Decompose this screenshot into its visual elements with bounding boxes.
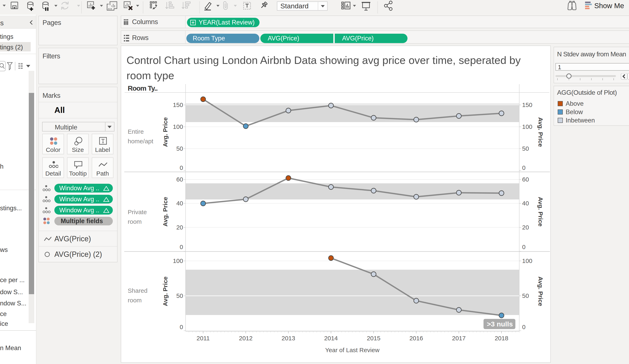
svg-text:0: 0 xyxy=(522,244,526,250)
svg-text:Multiple fields: Multiple fields xyxy=(61,217,103,225)
svg-text:2012: 2012 xyxy=(239,335,253,342)
svg-text:100: 100 xyxy=(173,258,183,264)
svg-text:Inbetween: Inbetween xyxy=(566,117,595,124)
svg-text:2017: 2017 xyxy=(452,335,466,342)
svg-text:40: 40 xyxy=(522,200,529,207)
svg-text:60: 60 xyxy=(522,176,529,183)
svg-text:0: 0 xyxy=(180,164,183,171)
svg-text:Avg. Price: Avg. Price xyxy=(162,276,168,306)
svg-text:Control Chart using London Air: Control Chart using London Airbnb Data s… xyxy=(127,54,521,66)
svg-text:Window Avg ..: Window Avg .. xyxy=(59,207,99,214)
svg-text:Avg. Price: Avg. Price xyxy=(537,197,544,227)
svg-text:0: 0 xyxy=(522,324,526,330)
svg-text:Below: Below xyxy=(566,108,583,115)
svg-text:100: 100 xyxy=(522,258,532,264)
svg-text:room type: room type xyxy=(127,69,174,82)
svg-text:room: room xyxy=(128,297,142,304)
svg-text:50: 50 xyxy=(522,292,529,299)
svg-text:2016: 2016 xyxy=(409,335,423,342)
svg-text:2011: 2011 xyxy=(197,335,210,342)
svg-text:Avg. Price: Avg. Price xyxy=(162,117,168,147)
svg-text:50: 50 xyxy=(176,145,183,152)
svg-text:Window Avg ..: Window Avg .. xyxy=(59,184,99,192)
svg-text:2013: 2013 xyxy=(282,335,295,342)
svg-text:Avg. Price: Avg. Price xyxy=(162,197,168,227)
svg-text:0: 0 xyxy=(522,164,526,171)
svg-text:Avg. Price: Avg. Price xyxy=(537,276,544,306)
svg-text:Private: Private xyxy=(128,209,147,215)
svg-text:40: 40 xyxy=(176,200,183,207)
svg-text:Entire: Entire xyxy=(128,128,144,135)
svg-text:Above: Above xyxy=(566,100,584,107)
svg-text:0: 0 xyxy=(180,324,183,330)
svg-text:50: 50 xyxy=(522,145,529,152)
svg-text:100: 100 xyxy=(522,123,532,130)
svg-text:Room Ty..: Room Ty.. xyxy=(128,84,157,92)
svg-text:0: 0 xyxy=(180,244,183,250)
svg-text:50: 50 xyxy=(176,292,183,299)
svg-text:150: 150 xyxy=(173,101,183,108)
svg-text:150: 150 xyxy=(522,101,532,108)
svg-text:20: 20 xyxy=(522,224,529,231)
svg-text:2018: 2018 xyxy=(495,335,508,342)
svg-text:20: 20 xyxy=(176,224,183,231)
svg-text:100: 100 xyxy=(173,123,183,130)
svg-text:Shared: Shared xyxy=(128,287,148,294)
svg-text:room: room xyxy=(128,218,142,225)
svg-text:2014: 2014 xyxy=(324,335,338,342)
svg-text:Window Avg ..: Window Avg .. xyxy=(59,195,99,203)
svg-text:60: 60 xyxy=(176,176,183,183)
svg-text:2015: 2015 xyxy=(367,335,380,342)
svg-text:>3 nulls: >3 nulls xyxy=(487,320,513,328)
svg-text:Avg. Price: Avg. Price xyxy=(537,117,544,147)
svg-text:home/apt: home/apt xyxy=(128,138,154,145)
svg-text:Year of Last Review: Year of Last Review xyxy=(325,347,379,353)
